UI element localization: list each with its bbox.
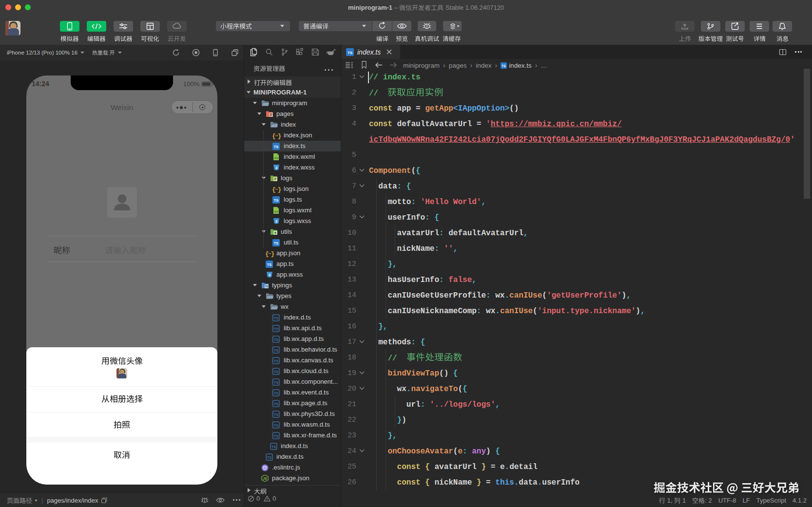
svg-text:TS: TS — [274, 402, 279, 406]
svg-text:TS: TS — [274, 380, 279, 385]
svg-text:TS: TS — [274, 434, 279, 438]
svg-text:{: { — [272, 186, 276, 193]
svg-text:TS: TS — [267, 455, 272, 460]
svg-text:TS: TS — [267, 263, 272, 267]
svg-text:3: 3 — [275, 166, 278, 170]
svg-text:TS: TS — [274, 370, 279, 374]
svg-text:TS: TS — [274, 198, 279, 203]
svg-text:TS: TS — [274, 359, 279, 363]
svg-text:TS: TS — [274, 348, 279, 353]
svg-text:TS: TS — [274, 423, 279, 428]
svg-text:TS: TS — [274, 145, 279, 149]
svg-text:TS: TS — [271, 445, 276, 449]
svg-text:}: } — [278, 186, 282, 193]
svg-text:TS: TS — [274, 413, 279, 417]
svg-text:TS: TS — [274, 316, 279, 320]
svg-text:<>: <> — [274, 156, 278, 160]
svg-text:TS: TS — [502, 64, 506, 68]
svg-text:3: 3 — [269, 273, 271, 277]
svg-text:TS: TS — [274, 391, 279, 395]
svg-text:<>: <> — [274, 210, 278, 213]
svg-text:}: } — [278, 132, 282, 140]
svg-text:{: { — [265, 250, 269, 258]
svg-text:{: { — [272, 132, 276, 140]
svg-text:TS: TS — [265, 285, 268, 288]
svg-text:TS: TS — [274, 241, 279, 245]
svg-text:JS: JS — [263, 477, 268, 480]
svg-text:3: 3 — [275, 219, 278, 224]
svg-text:TS: TS — [274, 338, 279, 342]
svg-text:TS: TS — [274, 327, 279, 331]
svg-text:TS: TS — [348, 51, 353, 55]
svg-text:}: } — [271, 250, 275, 258]
